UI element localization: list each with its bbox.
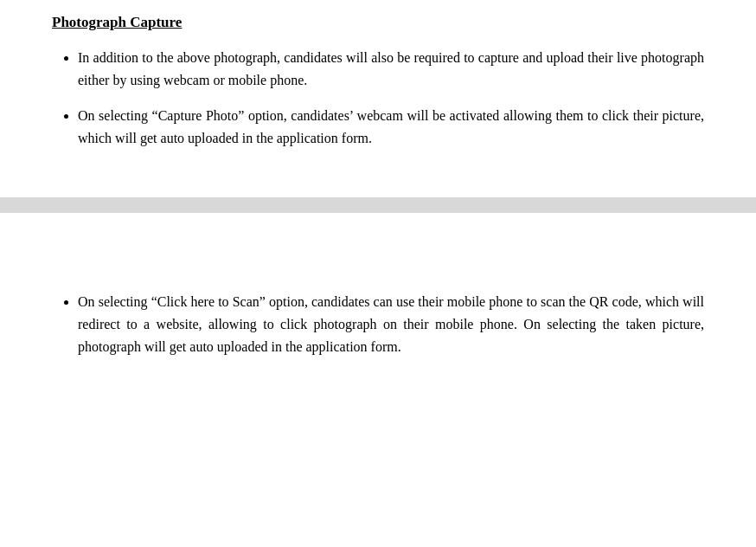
list-item: In addition to the above photograph, can…	[78, 47, 704, 93]
top-section: Photograph Capture In addition to the ab…	[0, 0, 756, 189]
bottom-section: On selecting “Click here to Scan” option…	[0, 213, 756, 397]
top-bullet-list: In addition to the above photograph, can…	[52, 47, 704, 151]
section-title: Photograph Capture	[52, 14, 182, 31]
list-item: On selecting “Capture Photo” option, can…	[78, 105, 704, 151]
bottom-bullet-list: On selecting “Click here to Scan” option…	[52, 291, 704, 359]
divider-bar	[0, 197, 756, 213]
list-item: On selecting “Click here to Scan” option…	[78, 291, 704, 359]
page-container: Photograph Capture In addition to the ab…	[0, 0, 756, 547]
